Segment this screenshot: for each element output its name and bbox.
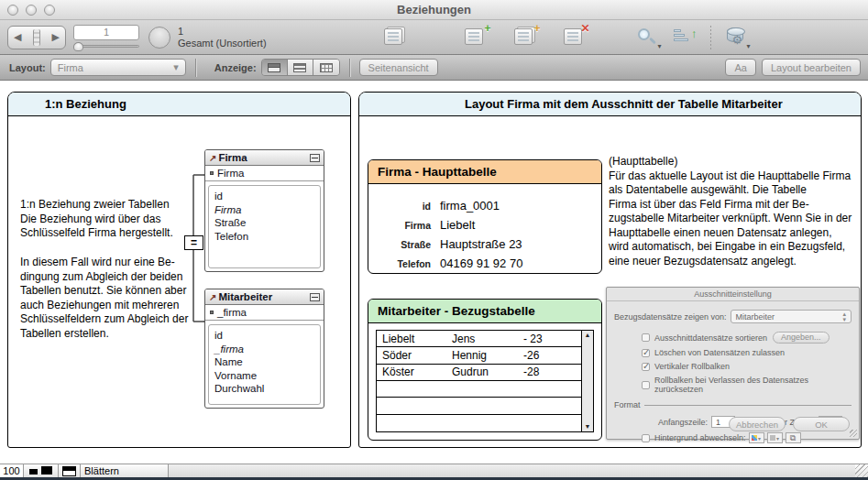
- form-view-button[interactable]: [262, 60, 288, 75]
- portal-row[interactable]: Liebelt Jens - 23: [377, 331, 581, 347]
- portal-row[interactable]: Köster Gudrun -28: [377, 365, 581, 381]
- anzeige-label: Anzeige:: [214, 62, 257, 73]
- show-all-records-button[interactable]: [381, 25, 409, 50]
- record-count: 1: [178, 26, 267, 38]
- field-value[interactable]: Hauptstraße 23: [440, 237, 522, 251]
- zoom-level-indicator[interactable]: 100: [0, 464, 24, 477]
- alternate-background-checkbox[interactable]: [642, 434, 650, 442]
- relationship-paragraph-1: 1:n Beziehung zweier Tabellen Die Bezieh…: [20, 198, 173, 241]
- edit-layout-button[interactable]: Layout bearbeiten: [762, 59, 861, 76]
- zoom-window-button[interactable]: [44, 5, 55, 16]
- mitarbeiter-table-diagram[interactable]: ↗ Mitarbeiter _firma id _firma Name Vorn…: [204, 289, 324, 409]
- format-section-label: Format: [614, 400, 641, 409]
- new-record-button[interactable]: +: [462, 25, 489, 50]
- show-from-label: Bezugsdatensätze zeigen von:: [614, 312, 727, 322]
- table-view-button[interactable]: [313, 60, 339, 75]
- related-table-popup[interactable]: Mitarbeiter ▴▾: [731, 310, 852, 323]
- status-toolbar: ◀ ▶ 1 1 Gesamt (Unsortiert) + + ✕ ▾: [0, 20, 868, 55]
- preview-button[interactable]: Seitenansicht: [359, 59, 438, 76]
- vertical-scrollbar-checkbox[interactable]: [642, 363, 650, 371]
- table-arrow-icon: ↗: [209, 153, 216, 163]
- field-value[interactable]: firma_0001: [440, 199, 500, 213]
- manage-database-button[interactable]: ⚙ ▾: [723, 25, 751, 50]
- record-book-navigator[interactable]: ◀ ▶: [7, 26, 66, 49]
- record-slider-thumb[interactable]: [73, 42, 83, 51]
- list-view-button[interactable]: [288, 60, 313, 75]
- specify-button[interactable]: Angeben...: [773, 332, 830, 344]
- fill-color-picker[interactable]: ▾: [749, 432, 764, 443]
- firma-table-diagram[interactable]: ↗ Firma Firma id Firma Straße Telefon: [204, 149, 324, 272]
- pattern-picker[interactable]: ▾: [767, 432, 783, 443]
- bezugstabelle-header: Mitarbeiter - Bezugstabelle: [368, 300, 601, 323]
- layout-popup-value: Firma: [58, 62, 83, 73]
- cancel-button[interactable]: Abbrechen: [729, 417, 786, 431]
- right-panel-header: Layout Firma mit dem Ausschnitt der Tabe…: [359, 93, 861, 116]
- chevron-down-icon: ▾: [747, 42, 751, 50]
- mitarbeiter-key-field: _firma: [205, 305, 324, 321]
- portal-row[interactable]: [377, 381, 581, 398]
- haupttabelle-header: Firma - Haupttabelle: [368, 160, 601, 184]
- left-panel-header: 1:n Beziehung: [8, 93, 350, 116]
- field-value[interactable]: 04169 91 92 70: [440, 256, 522, 270]
- mode-popup[interactable]: Blättern: [81, 464, 169, 477]
- window-layout-icon: [62, 466, 76, 476]
- sort-records-checkbox[interactable]: [642, 333, 650, 342]
- delete-record-icon: [564, 28, 582, 45]
- minimize-window-button[interactable]: [26, 5, 37, 16]
- relationship-paragraph-2: In diesem Fall wird nur eine Be- dingung…: [20, 256, 188, 341]
- window-controls: [7, 5, 55, 16]
- layout-popup[interactable]: Firma ▾: [50, 59, 186, 76]
- horizontal-scrollbar[interactable]: [169, 464, 855, 477]
- list-view-icon: [293, 63, 306, 72]
- portal-row[interactable]: Söder Hennig -26: [377, 347, 581, 364]
- firma-key-field: Firma: [205, 166, 324, 181]
- field-value[interactable]: Liebelt: [440, 218, 475, 232]
- collapse-table-icon[interactable]: [310, 154, 320, 162]
- scroll-up-icon[interactable]: ▲: [585, 331, 591, 340]
- record-slider[interactable]: [73, 42, 139, 49]
- portal-setup-dialog: Ausschnitteinstellung Bezugsdatensätze z…: [606, 287, 860, 440]
- scroll-down-icon[interactable]: ▼: [585, 422, 591, 431]
- delete-record-button[interactable]: ✕: [561, 25, 588, 50]
- table-view-icon: [320, 63, 333, 72]
- next-record-icon[interactable]: ▶: [52, 31, 60, 43]
- copy-format-button[interactable]: ⧉: [786, 432, 801, 443]
- sort-up-arrow-icon: ↑: [691, 27, 698, 40]
- record-count-status: 1 Gesamt (Unsortiert): [178, 26, 267, 49]
- portal-row[interactable]: [377, 398, 581, 414]
- toggle-statusbar-button[interactable]: [59, 464, 81, 477]
- field-item: id: [214, 329, 314, 343]
- current-record-input[interactable]: 1: [73, 25, 139, 40]
- ok-button[interactable]: OK: [793, 417, 850, 431]
- window-resize-grip[interactable]: [855, 464, 868, 477]
- find-button[interactable]: ▾: [634, 25, 662, 50]
- refresh-record-button[interactable]: [148, 27, 170, 49]
- zoom-in-icon[interactable]: [41, 466, 52, 475]
- collapse-table-icon[interactable]: [310, 293, 320, 301]
- window-title: Beziehungen: [0, 3, 868, 16]
- start-row-label: Anfangszeile:: [658, 418, 708, 427]
- view-mode-segmented-control: [261, 59, 340, 76]
- table-arrow-icon: ↗: [209, 292, 216, 302]
- mitarbeiter-field-list: id _firma Name Vorname Durchwahl: [208, 324, 321, 405]
- portal-row[interactable]: [377, 415, 581, 431]
- toolbar-divider: [710, 26, 711, 49]
- chevron-down-icon: ▾: [658, 42, 662, 50]
- right-panel-title: Layout Firma mit dem Ausschnitt der Tabe…: [359, 97, 783, 111]
- field-item: Firma: [214, 203, 314, 217]
- allow-delete-checkbox[interactable]: [642, 349, 650, 357]
- reset-scrollbar-checkbox[interactable]: [642, 381, 650, 389]
- previous-record-icon[interactable]: ◀: [14, 31, 21, 43]
- bottom-status-bar: 100 Blättern: [0, 464, 868, 477]
- duplicate-record-button[interactable]: +: [511, 25, 539, 50]
- sort-button[interactable]: ↑: [671, 25, 698, 50]
- close-window-button[interactable]: [7, 5, 18, 16]
- portal-scrollbar[interactable]: ▲ ▼: [581, 331, 593, 431]
- key-bullet-icon: [210, 171, 214, 175]
- records-stack-icon: [384, 28, 402, 45]
- document-body: 1:n Beziehung 1:n Beziehung zweier Tabel…: [0, 81, 868, 464]
- zoom-out-icon[interactable]: [29, 469, 38, 475]
- format-text-button[interactable]: Aa: [725, 59, 755, 76]
- field-row: Firma Liebelt: [378, 218, 475, 232]
- dialog-resize-grip[interactable]: [850, 430, 857, 437]
